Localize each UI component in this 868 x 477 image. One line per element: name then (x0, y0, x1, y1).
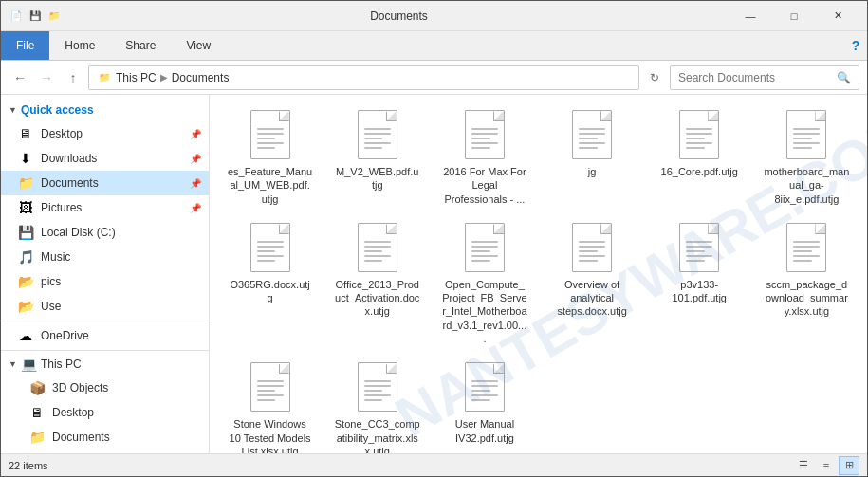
sidebar-item-documents[interactable]: 📁 Documents 📌 (1, 171, 209, 195)
file-item[interactable]: jg (539, 102, 644, 213)
file-line (471, 246, 498, 248)
thispc-icon: 💻 (21, 357, 37, 372)
file-line-short (364, 147, 383, 149)
file-line (257, 380, 284, 382)
file-area: NANTESYWARE.COM es_Feature_Manual_UM_WEB… (210, 95, 867, 453)
file-item[interactable]: Stone Windows 10 Tested Models List.xlsx… (217, 355, 323, 453)
file-line (793, 255, 820, 257)
minimize-button[interactable]: — (729, 1, 772, 31)
sidebar-item-pics[interactable]: 📂 pics (1, 269, 209, 294)
file-item[interactable]: O365RG.docx.utjg (217, 215, 323, 353)
sidebar-item-3dobjects[interactable]: 📦 3D Objects (1, 376, 209, 400)
file-line (471, 133, 498, 135)
sidebar-item-downloads[interactable]: ⬇ Downloads 📌 (1, 146, 209, 171)
file-item[interactable]: Stone_CC3_compatibility_matrix.xlsx.utjg (324, 355, 430, 453)
sidebar: ▼ Quick access 🖥 Desktop 📌 ⬇ Downloads 📌… (1, 95, 210, 453)
file-page (250, 110, 290, 159)
file-line-short (471, 260, 490, 262)
file-page (465, 110, 505, 159)
breadcrumb-documents[interactable]: Documents (172, 71, 230, 84)
file-page (358, 110, 397, 159)
file-lines (251, 228, 289, 267)
sidebar-item-desktop[interactable]: 🖥 Desktop 📌 (1, 121, 209, 146)
sidebar-quick-access-header[interactable]: ▼ Quick access (1, 99, 209, 121)
file-item[interactable]: sccm_package_download_summary.xlsx.utjg (754, 215, 859, 353)
file-lines (680, 228, 718, 267)
status-bar: 22 items ☰ ≡ ⊞ (1, 453, 867, 476)
tab-share[interactable]: Share (110, 31, 171, 60)
file-line (471, 142, 498, 144)
file-lines (466, 115, 504, 155)
file-line-short (686, 250, 705, 252)
main-area: ▼ Quick access 🖥 Desktop 📌 ⬇ Downloads 📌… (1, 95, 867, 453)
documents2-icon: 📁 (28, 428, 46, 447)
file-item[interactable]: 16_Core.pdf.utjg (647, 102, 752, 213)
file-lines (787, 228, 825, 267)
search-bar[interactable]: 🔍 (670, 65, 859, 90)
file-icon (248, 362, 293, 415)
file-item[interactable]: Open_Compute_Project_FB_Server_Intel_Mot… (432, 215, 537, 353)
file-page (786, 110, 826, 159)
view-list-button[interactable]: ☰ (793, 456, 814, 475)
file-item[interactable]: p3v133-101.pdf.utjg (647, 215, 752, 353)
sidebar-item-pictures[interactable]: 🖼 Pictures 📌 (1, 195, 209, 220)
file-lines (573, 115, 611, 155)
up-button[interactable]: ↑ (62, 66, 84, 89)
title-icon-1: 📄 (9, 9, 24, 24)
file-icon (569, 223, 615, 276)
desktop2-icon: 🖥 (28, 403, 46, 422)
file-item[interactable]: 2016 For Max For Legal Professionals - .… (432, 102, 537, 213)
file-line (471, 128, 498, 130)
tab-home[interactable]: Home (49, 31, 110, 60)
view-large-icon-button[interactable]: ⊞ (839, 456, 859, 475)
back-button[interactable]: ← (9, 66, 31, 89)
file-line-short (471, 390, 490, 392)
sidebar-item-documents2[interactable]: 📁 Documents (1, 425, 209, 449)
search-input[interactable] (678, 71, 833, 84)
sidebar-item-localdisk[interactable]: 💾 Local Disk (C:) (1, 220, 209, 245)
file-page (679, 223, 719, 272)
file-item[interactable]: Overview of analytical steps.docx.utjg (539, 215, 644, 353)
file-line-short (793, 147, 812, 149)
folder-icon: 📁 (97, 70, 112, 85)
file-page (250, 362, 290, 412)
file-line-short (364, 390, 383, 392)
file-name: jg (588, 165, 597, 178)
sidebar-item-use[interactable]: 📂 Use (1, 294, 209, 319)
forward-button[interactable]: → (35, 66, 58, 89)
help-button[interactable]: ? (844, 31, 867, 60)
file-item[interactable]: es_Feature_Manual_UM_WEB.pdf.utjg (217, 102, 323, 213)
sidebar-item-music[interactable]: 🎵 Music (1, 245, 209, 269)
list-icon: ☰ (799, 459, 808, 471)
file-line (364, 133, 391, 135)
close-button[interactable]: ✕ (816, 1, 859, 31)
breadcrumb-thispc[interactable]: This PC (116, 71, 157, 84)
file-item[interactable]: M_V2_WEB.pdf.utjg (324, 102, 430, 213)
address-bar: ← → ↑ 📁 This PC ▶ Documents ↻ 🔍 (1, 61, 867, 95)
file-item[interactable]: motherboard_manual_ga-8iix_e.pdf.utjg (754, 102, 859, 213)
refresh-button[interactable]: ↻ (643, 66, 666, 89)
file-name: Stone_CC3_compatibility_matrix.xlsx.utjg (335, 417, 420, 453)
file-item[interactable]: User Manual IV32.pdf.utjg (432, 355, 537, 453)
file-line (686, 246, 712, 248)
file-icon (462, 223, 508, 276)
sidebar-thispc-header[interactable]: ▼ 💻 This PC (1, 353, 209, 376)
file-lines (573, 228, 611, 267)
file-line-short (257, 250, 276, 252)
file-page (358, 362, 397, 412)
file-lines (680, 115, 718, 155)
file-name: motherboard_manual_ga-8iix_e.pdf.utjg (764, 165, 849, 206)
file-name: O365RG.docx.utjg (228, 278, 313, 305)
file-line (686, 128, 712, 130)
sidebar-item-desktop2[interactable]: 🖥 Desktop (1, 400, 209, 425)
file-line-short (579, 147, 598, 149)
maximize-button[interactable]: □ (772, 1, 816, 31)
tab-view[interactable]: View (171, 31, 226, 60)
file-name: 16_Core.pdf.utjg (661, 165, 738, 178)
file-line-short (257, 399, 276, 401)
file-item[interactable]: Office_2013_Product_Activation.docx.utjg (324, 215, 430, 353)
breadcrumb[interactable]: 📁 This PC ▶ Documents (88, 65, 639, 90)
tab-file[interactable]: File (1, 31, 49, 60)
sidebar-item-onedrive[interactable]: ☁ OneDrive (1, 323, 209, 348)
view-details-button[interactable]: ≡ (816, 456, 837, 475)
